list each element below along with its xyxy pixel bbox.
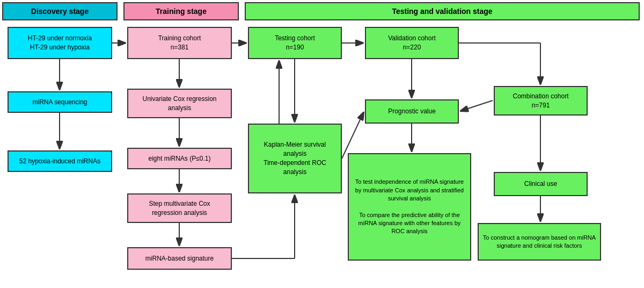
ht29-box: HT-29 under normoxiaHT-29 under hypoxia: [8, 27, 112, 59]
prognostic-box: Prognostic value: [365, 99, 459, 124]
header-discovery: Discovery stage: [2, 2, 118, 20]
nomogram-box: To construct a nomogram based on miRNA s…: [478, 223, 601, 261]
mirna-seq-box: miRNA sequencing: [8, 91, 112, 113]
testing-cohort-box: Testing cohortn=190: [248, 27, 342, 59]
hypoxia-mirna-box: 52 hypoxia-induced miRNAs: [8, 150, 112, 172]
mirna-signature-box: miRNA-based signature: [127, 247, 232, 270]
header-testing: Testing and validation stage: [245, 2, 640, 20]
validation-cohort-box: Validation cohortn=220: [365, 27, 459, 59]
to-test-box: To test independence of miRNA signature …: [348, 153, 471, 261]
kaplan-box: Kaplan-Meier survival analysisTime-depen…: [248, 124, 342, 193]
step-multivariate-box: Step multivariate Coxregression analysis: [127, 193, 232, 223]
univariate-box: Univariate Cox regressionanalysis: [127, 89, 232, 118]
eight-mirna-box: eight miRNAs (P≤0.1): [127, 148, 232, 169]
svg-line-14: [342, 112, 364, 159]
svg-line-17: [460, 100, 493, 111]
clinical-use-box: Clinical use: [494, 172, 588, 196]
header-training: Training stage: [123, 2, 239, 20]
training-cohort-box: Training cohortn=381: [127, 27, 232, 59]
combination-cohort-box: Combination cohortn=791: [494, 86, 588, 116]
